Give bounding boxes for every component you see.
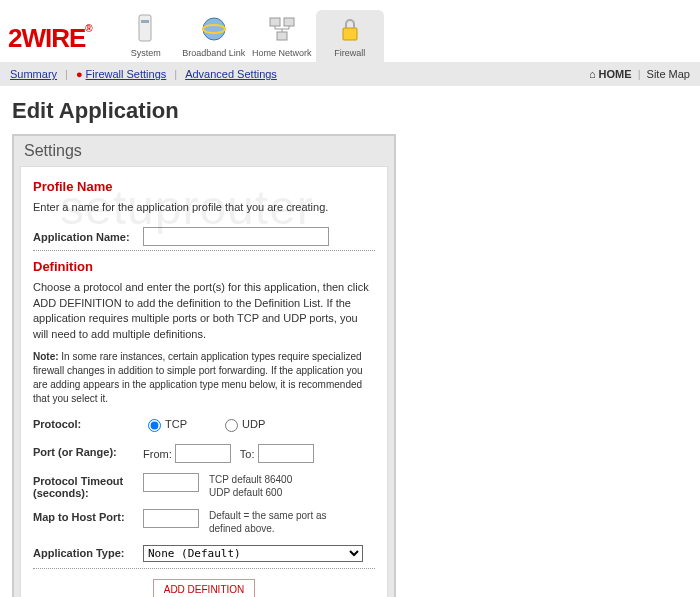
radio-udp[interactable] xyxy=(225,419,238,432)
svg-rect-4 xyxy=(270,18,280,26)
tab-home-network[interactable]: Home Network xyxy=(248,10,316,62)
port-from-input[interactable] xyxy=(175,444,231,463)
svg-rect-6 xyxy=(277,32,287,40)
subnav-firewall-settings[interactable]: Firewall Settings xyxy=(86,68,167,80)
link-home[interactable]: HOME xyxy=(599,68,632,80)
svg-rect-7 xyxy=(343,28,357,40)
definition-desc: Choose a protocol and enter the port(s) … xyxy=(33,280,375,342)
main-tabs: System Broadband Link Home Network Firew… xyxy=(112,10,384,62)
svg-rect-0 xyxy=(139,15,151,41)
application-name-input[interactable] xyxy=(143,227,329,246)
label-application-name: Application Name: xyxy=(33,231,143,243)
header: 2WIRE® System Broadband Link Home Networ… xyxy=(0,0,700,62)
svg-rect-1 xyxy=(141,20,149,23)
panel-heading: Settings xyxy=(14,136,394,166)
add-definition-button[interactable]: ADD DEFINITION xyxy=(153,579,256,597)
tab-label: Broadband Link xyxy=(180,48,248,58)
link-sitemap[interactable]: Site Map xyxy=(647,68,690,80)
tab-label: Firewall xyxy=(316,48,384,58)
svg-point-2 xyxy=(203,18,225,40)
radio-udp-label: UDP xyxy=(242,418,265,430)
subnav-summary[interactable]: Summary xyxy=(10,68,57,80)
settings-panel: Settings Profile Name Enter a name for t… xyxy=(12,134,396,597)
label-map-host-port: Map to Host Port: xyxy=(33,509,143,523)
lock-icon xyxy=(316,12,384,46)
application-type-select[interactable]: None (Default) xyxy=(143,545,363,562)
home-icon: ⌂ xyxy=(589,68,596,80)
radio-tcp-label: TCP xyxy=(165,418,187,430)
label-port-range: Port (or Range): xyxy=(33,444,143,458)
tab-firewall[interactable]: Firewall xyxy=(316,10,384,62)
label-protocol-timeout: Protocol Timeout (seconds): xyxy=(33,473,143,499)
definition-note: Note: In some rare instances, certain ap… xyxy=(33,350,375,406)
tab-label: Home Network xyxy=(248,48,316,58)
map-hint: Default = the same port as defined above… xyxy=(209,509,329,535)
logo: 2WIRE® xyxy=(8,23,92,54)
timeout-hint: TCP default 86400 UDP default 600 xyxy=(209,473,292,499)
tab-broadband[interactable]: Broadband Link xyxy=(180,10,248,62)
section-profile-name: Profile Name xyxy=(33,179,375,194)
svg-rect-5 xyxy=(284,18,294,26)
section-definition: Definition xyxy=(33,259,375,274)
tab-system[interactable]: System xyxy=(112,10,180,62)
subnav: Summary | ● Firewall Settings | Advanced… xyxy=(0,62,700,86)
label-from: From: xyxy=(143,447,172,459)
timeout-input[interactable] xyxy=(143,473,199,492)
modem-icon xyxy=(112,12,180,46)
bullet-icon: ● xyxy=(76,68,83,80)
map-port-input[interactable] xyxy=(143,509,199,528)
port-to-input[interactable] xyxy=(258,444,314,463)
label-protocol: Protocol: xyxy=(33,416,143,430)
profile-desc: Enter a name for the application profile… xyxy=(33,200,375,215)
page-title: Edit Application xyxy=(12,98,688,124)
radio-tcp[interactable] xyxy=(148,419,161,432)
label-application-type: Application Type: xyxy=(33,545,143,559)
globe-icon xyxy=(180,12,248,46)
network-icon xyxy=(248,12,316,46)
subnav-advanced-settings[interactable]: Advanced Settings xyxy=(185,68,277,80)
label-to: To: xyxy=(240,447,255,459)
tab-label: System xyxy=(112,48,180,58)
